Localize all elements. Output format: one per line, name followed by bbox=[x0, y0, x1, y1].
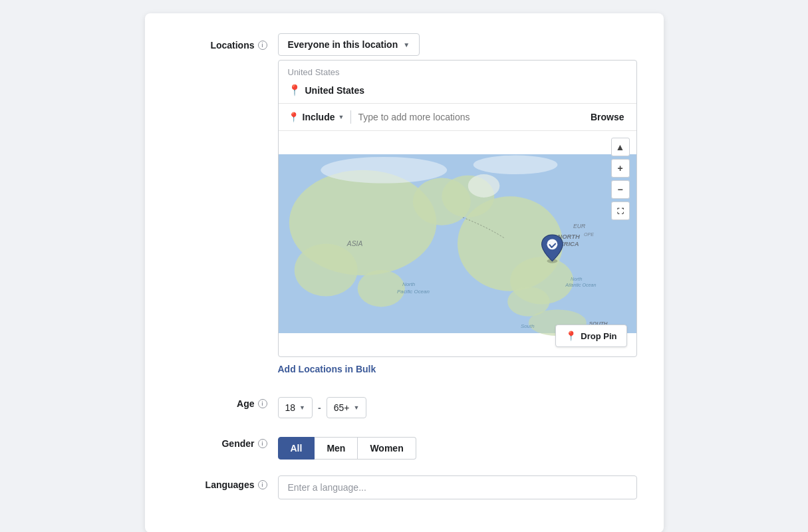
drop-pin-icon: 📍 bbox=[565, 331, 577, 341]
age-info-icon[interactable]: i bbox=[258, 399, 267, 408]
settings-panel: Locations i Everyone in this location ▼ … bbox=[145, 13, 664, 532]
map-controls: ▲ + − ⛶ bbox=[611, 138, 630, 220]
svg-point-11 bbox=[321, 157, 447, 184]
include-button[interactable]: 📍 Include ▼ bbox=[288, 112, 344, 122]
map-zoom-out-button[interactable]: − bbox=[611, 180, 630, 199]
age-min-select[interactable]: 18 ▼ bbox=[278, 397, 313, 418]
map-fullscreen-button[interactable]: ⛶ bbox=[611, 201, 630, 220]
age-dash: - bbox=[318, 402, 321, 413]
location-input-placeholder: United States bbox=[288, 67, 627, 77]
languages-info-icon[interactable]: i bbox=[258, 480, 267, 489]
pin-icon: 📍 bbox=[288, 84, 301, 96]
age-content: 18 ▼ - 65+ ▼ bbox=[278, 392, 637, 418]
svg-text:North: North bbox=[571, 277, 582, 282]
map-zoom-in-button[interactable]: + bbox=[611, 159, 630, 178]
svg-point-26 bbox=[547, 239, 557, 249]
locations-content: Everyone in this location ▼ United State… bbox=[278, 33, 637, 378]
age-label: Age i bbox=[172, 392, 278, 409]
gender-row: Gender i All Men Women bbox=[172, 432, 637, 460]
languages-content bbox=[278, 473, 637, 499]
languages-input[interactable] bbox=[278, 475, 637, 499]
gender-controls: All Men Women bbox=[278, 432, 637, 460]
age-max-select[interactable]: 65+ ▼ bbox=[327, 397, 367, 418]
age-row: Age i 18 ▼ - 65+ ▼ bbox=[172, 392, 637, 418]
locations-info-icon[interactable]: i bbox=[258, 41, 267, 50]
location-selected-label: United States bbox=[305, 85, 364, 96]
gender-label: Gender i bbox=[172, 432, 278, 449]
location-type-input[interactable] bbox=[358, 112, 581, 122]
include-chevron-icon: ▼ bbox=[338, 114, 344, 120]
svg-text:North: North bbox=[402, 281, 415, 287]
gender-men-button[interactable]: Men bbox=[315, 437, 358, 460]
location-tag: 📍 United States bbox=[288, 81, 364, 99]
map-svg: ASIA EUR OPE NORTH AMERICA North Pacific… bbox=[279, 131, 636, 356]
vertical-divider bbox=[350, 110, 351, 124]
age-max-value: 65+ bbox=[334, 402, 350, 413]
include-pin-icon: 📍 bbox=[288, 112, 299, 122]
location-type-button[interactable]: Everyone in this location ▼ bbox=[278, 33, 420, 56]
location-type-label: Everyone in this location bbox=[288, 39, 398, 50]
locations-row: Locations i Everyone in this location ▼ … bbox=[172, 33, 637, 378]
languages-row: Languages i bbox=[172, 473, 637, 499]
svg-text:ASIA: ASIA bbox=[346, 240, 362, 247]
location-input-area: United States 📍 United States bbox=[279, 61, 636, 103]
add-bulk-link[interactable]: Add Locations in Bulk bbox=[278, 364, 376, 374]
gender-all-button[interactable]: All bbox=[278, 437, 315, 460]
drop-pin-button[interactable]: 📍 Drop Pin bbox=[555, 325, 626, 347]
svg-point-10 bbox=[468, 174, 499, 198]
svg-point-12 bbox=[473, 156, 557, 174]
location-search-box: United States 📍 United States 📍 Include … bbox=[278, 60, 637, 357]
age-max-chevron-icon: ▼ bbox=[353, 404, 359, 411]
svg-point-2 bbox=[294, 244, 357, 297]
svg-text:Atlantic Ocean: Atlantic Ocean bbox=[565, 283, 596, 288]
gender-women-button[interactable]: Women bbox=[358, 437, 416, 460]
languages-label: Languages i bbox=[172, 473, 278, 490]
gender-content: All Men Women bbox=[278, 432, 637, 460]
svg-text:OPE: OPE bbox=[583, 232, 593, 237]
chevron-down-icon: ▼ bbox=[403, 41, 410, 49]
gender-info-icon[interactable]: i bbox=[258, 439, 267, 448]
browse-button[interactable]: Browse bbox=[588, 112, 627, 122]
age-controls: 18 ▼ - 65+ ▼ bbox=[278, 392, 637, 418]
include-label: Include bbox=[303, 112, 335, 122]
drop-pin-label: Drop Pin bbox=[581, 331, 616, 341]
svg-text:South: South bbox=[520, 323, 534, 329]
svg-text:Pacific Ocean: Pacific Ocean bbox=[397, 289, 430, 295]
age-min-value: 18 bbox=[285, 402, 296, 413]
map-scroll-up-button[interactable]: ▲ bbox=[611, 138, 630, 156]
age-min-chevron-icon: ▼ bbox=[299, 404, 305, 411]
include-row: 📍 Include ▼ Browse bbox=[279, 103, 636, 130]
map-container: ASIA EUR OPE NORTH AMERICA North Pacific… bbox=[279, 130, 636, 356]
svg-text:EUR: EUR bbox=[573, 223, 585, 229]
svg-point-5 bbox=[412, 178, 470, 225]
locations-label: Locations i bbox=[172, 33, 278, 51]
